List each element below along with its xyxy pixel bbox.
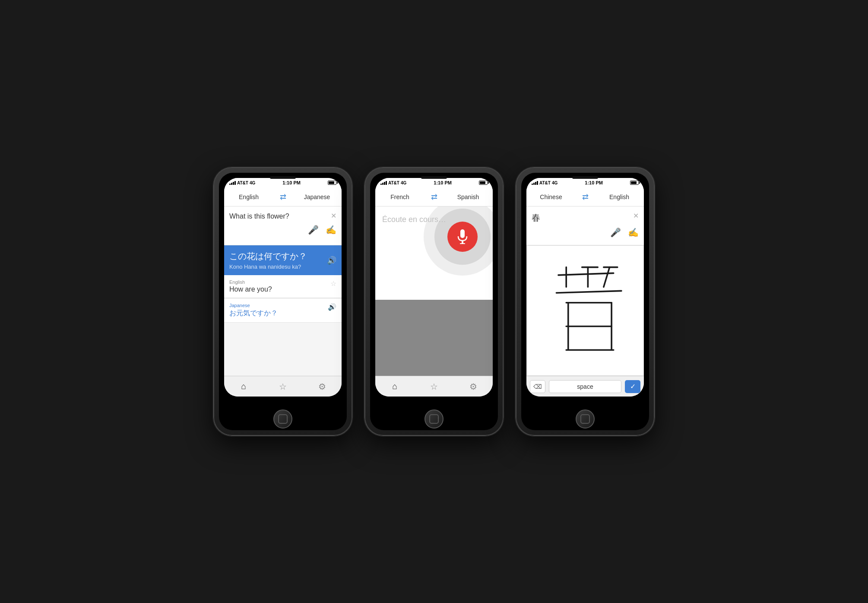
input-area-1: What is this flower? ✕ 🎤 ✍ [224, 206, 342, 245]
status-right-2 [479, 181, 488, 185]
network-3: 4G [552, 181, 558, 185]
battery-fill-3 [631, 181, 637, 184]
phone-speaker-1 [270, 176, 296, 179]
tab-settings-2[interactable]: ⚙ [453, 376, 493, 397]
svg-rect-1 [462, 241, 463, 243]
home-button-inner-1 [278, 414, 288, 424]
battery-3 [630, 181, 639, 185]
voice-mic-btn-2[interactable] [447, 222, 478, 252]
history-text-2: お元気ですか？ [229, 309, 336, 318]
screen-2: AT&T 4G 1:10 PM French ⇄ Spanish [375, 178, 493, 397]
time-2: 1:10 PM [434, 180, 452, 185]
signal-bar [233, 182, 234, 185]
battery-2 [479, 181, 488, 185]
translation-romanized-1: Kono Hana wa nanidesu ka? [229, 263, 336, 270]
tab-settings-1[interactable]: ⚙ [302, 376, 342, 397]
lang-header-3: Chinese ⇄ English [526, 187, 644, 206]
screen-3: AT&T 4G 1:10 PM Chinese ⇄ English [526, 178, 644, 397]
lang-swap-btn-2[interactable]: ⇄ [424, 192, 444, 202]
status-right-1 [328, 181, 336, 185]
screen-1: AT&T 4G 1:10 PM English ⇄ Japanese [224, 178, 342, 397]
clear-btn-3[interactable]: ✕ [633, 212, 639, 220]
signal-bar [537, 181, 538, 185]
network-1: 4G [250, 181, 255, 185]
svg-rect-0 [460, 229, 465, 238]
translation-area-1: この花は何ですか？ Kono Hana wa nanidesu ka? 🔊 [224, 245, 342, 275]
status-left-2: AT&T 4G [380, 181, 406, 185]
voice-circle-medium-2 [434, 209, 491, 265]
translation-speaker-btn-1[interactable]: 🔊 [327, 256, 336, 265]
tab-bar-1: ⌂ ☆ ⚙ [224, 376, 342, 397]
battery-1 [328, 181, 336, 185]
voice-circle-large-2 [424, 206, 493, 276]
signal-bar [386, 181, 387, 185]
home-button-1[interactable] [273, 409, 292, 428]
lang-to-btn-2[interactable]: Spanish [444, 187, 493, 206]
hw-confirm-btn-3[interactable]: ✓ [625, 380, 640, 393]
voice-circles-2 [424, 206, 493, 276]
hw-space-btn-3[interactable]: space [549, 380, 621, 393]
handwrite-icon-3[interactable]: ✍ [628, 227, 639, 238]
grey-area-2 [375, 300, 493, 376]
phone-inner-2: AT&T 4G 1:10 PM French ⇄ Spanish [370, 173, 498, 430]
carrier-2: AT&T [388, 181, 399, 185]
mic-icon-1[interactable]: 🎤 [308, 225, 319, 235]
signal-bar [234, 181, 236, 185]
signal-bar [384, 182, 385, 185]
signal-bar [533, 183, 535, 185]
status-left-1: AT&T 4G [229, 181, 255, 185]
input-area-3: 春 ✕ 🎤 ✍ [526, 206, 644, 245]
mic-icon-2 [456, 229, 469, 244]
home-button-2[interactable] [424, 409, 444, 428]
history-item-1: ☆ English How are you? [224, 275, 342, 298]
input-icons-1: 🎤 ✍ [229, 225, 336, 235]
phone-speaker-3 [572, 176, 598, 179]
lang-to-btn-3[interactable]: English [595, 187, 644, 206]
translation-main-1: この花は何ですか？ [229, 251, 336, 262]
lang-from-btn-3[interactable]: Chinese [526, 187, 576, 206]
lang-to-btn-1[interactable]: Japanese [292, 187, 342, 206]
status-bar-2: AT&T 4G 1:10 PM [375, 178, 493, 187]
handwrite-icon-1[interactable]: ✍ [326, 225, 336, 235]
phone-inner-3: AT&T 4G 1:10 PM Chinese ⇄ English [521, 173, 649, 430]
tab-favorites-1[interactable]: ☆ [263, 376, 303, 397]
history-speaker-btn-1[interactable]: 🔊 [328, 303, 336, 311]
voice-area-2: Écoute en cours… [375, 206, 493, 300]
home-button-3[interactable] [576, 409, 595, 428]
lang-from-btn-1[interactable]: English [224, 187, 273, 206]
signal-bar [229, 184, 231, 185]
lang-swap-btn-1[interactable]: ⇄ [273, 192, 292, 202]
signal-bar [532, 184, 533, 185]
phone-3: AT&T 4G 1:10 PM Chinese ⇄ English [516, 168, 654, 435]
clear-btn-1[interactable]: ✕ [331, 212, 336, 220]
input-icons-3: 🎤 ✍ [532, 227, 639, 238]
time-1: 1:10 PM [282, 180, 301, 185]
phone-inner-1: AT&T 4G 1:10 PM English ⇄ Japanese [219, 173, 347, 430]
history-lang-1: English [229, 279, 336, 285]
battery-fill-1 [329, 181, 334, 184]
mic-icon-3[interactable]: 🎤 [610, 227, 621, 238]
tab-home-2[interactable]: ⌂ [375, 376, 415, 397]
handwriting-canvas-3[interactable] [526, 245, 644, 376]
lang-from-btn-2[interactable]: French [375, 187, 424, 206]
input-text-3: 春 [532, 212, 639, 224]
tab-home-1[interactable]: ⌂ [224, 376, 263, 397]
signal-bars-2 [380, 181, 387, 185]
time-3: 1:10 PM [585, 180, 603, 185]
tab-favorites-2[interactable]: ☆ [415, 376, 454, 397]
signal-bars-3 [532, 181, 538, 185]
lang-header-1: English ⇄ Japanese [224, 187, 342, 206]
status-bar-3: AT&T 4G 1:10 PM [526, 178, 644, 187]
history-star-1[interactable]: ☆ [330, 279, 336, 288]
handwriting-svg-3 [527, 246, 643, 375]
tab-bar-2: ⌂ ☆ ⚙ [375, 376, 493, 397]
carrier-3: AT&T [539, 181, 551, 185]
lang-swap-btn-3[interactable]: ⇄ [576, 192, 595, 202]
battery-fill-2 [480, 181, 485, 184]
signal-bar [231, 183, 232, 185]
home-button-inner-3 [580, 414, 590, 424]
status-right-3 [630, 181, 639, 185]
hw-delete-btn-3[interactable]: ⌫ [530, 380, 545, 393]
signal-bar [380, 184, 382, 185]
status-left-3: AT&T 4G [532, 181, 558, 185]
